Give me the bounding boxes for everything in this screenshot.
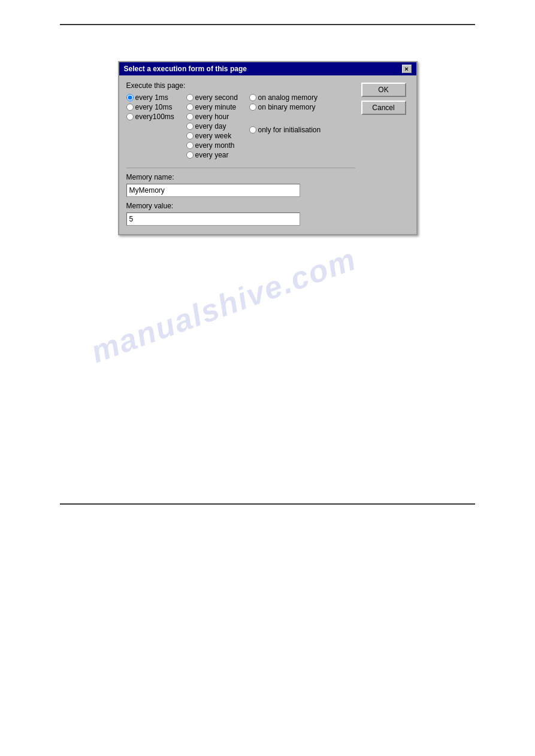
radio-every-month[interactable]: every month — [186, 141, 249, 150]
execute-label: Execute this page: — [126, 81, 355, 90]
label-every-hour[interactable]: every hour — [195, 113, 229, 121]
dialog-right-panel: OK Cancel — [361, 81, 409, 226]
radio-every-week[interactable]: every week — [186, 132, 249, 140]
radio-every-day[interactable]: every day — [186, 122, 249, 130]
label-every-week[interactable]: every week — [195, 132, 232, 140]
cancel-button[interactable]: Cancel — [361, 101, 406, 115]
label-on-binary-memory[interactable]: on binary memory — [258, 103, 316, 111]
dialog-close-button[interactable]: × — [402, 65, 412, 73]
dialog-body: Execute this page: every 1ms every 10ms — [119, 75, 416, 234]
label-every-minute[interactable]: every minute — [195, 103, 237, 111]
dialog-titlebar: Select a execution form of this page × — [119, 62, 416, 75]
label-every-year[interactable]: every year — [195, 151, 229, 159]
memory-name-input[interactable] — [126, 184, 300, 197]
page-bottom-line — [60, 503, 475, 505]
label-only-for-init[interactable]: only for initialisation — [258, 126, 321, 134]
radio-every-year[interactable]: every year — [186, 151, 249, 159]
radio-every-100ms[interactable]: every100ms — [126, 113, 186, 121]
label-every-10ms[interactable]: every 10ms — [135, 103, 173, 111]
radio-every-hour[interactable]: every hour — [186, 113, 249, 121]
radio-on-analog-memory[interactable]: on analog memory — [249, 93, 333, 102]
watermark: manualshive.com — [86, 241, 361, 370]
memory-value-input[interactable] — [126, 212, 300, 226]
radio-col-3: on analog memory on binary memory only f… — [249, 93, 333, 159]
memory-name-label: Memory name: — [126, 173, 355, 181]
radio-col-1: every 1ms every 10ms every100ms — [126, 93, 186, 159]
dialog: Select a execution form of this page × E… — [118, 61, 418, 235]
radio-every-10ms[interactable]: every 10ms — [126, 103, 186, 111]
radio-every-minute[interactable]: every minute — [186, 103, 249, 111]
radio-every-second[interactable]: every second — [186, 93, 249, 102]
label-every-second[interactable]: every second — [195, 93, 238, 102]
label-every-1ms[interactable]: every 1ms — [135, 93, 168, 102]
radio-on-binary-memory[interactable]: on binary memory — [249, 103, 333, 111]
memory-section: Memory name: Memory value: — [126, 168, 355, 226]
ok-button[interactable]: OK — [361, 83, 406, 97]
radio-col-2: every second every minute every hour — [186, 93, 249, 159]
label-every-100ms[interactable]: every100ms — [135, 113, 174, 121]
page-content: Select a execution form of this page × E… — [0, 25, 535, 235]
radio-columns: every 1ms every 10ms every100ms — [126, 93, 355, 159]
dialog-title: Select a execution form of this page — [124, 65, 247, 73]
label-every-day[interactable]: every day — [195, 122, 226, 130]
label-every-month[interactable]: every month — [195, 141, 235, 150]
radio-only-for-init[interactable]: only for initialisation — [249, 126, 333, 134]
memory-value-label: Memory value: — [126, 202, 355, 210]
dialog-left-panel: Execute this page: every 1ms every 10ms — [126, 81, 355, 226]
radio-every-1ms[interactable]: every 1ms — [126, 93, 186, 102]
label-on-analog-memory[interactable]: on analog memory — [258, 93, 318, 102]
